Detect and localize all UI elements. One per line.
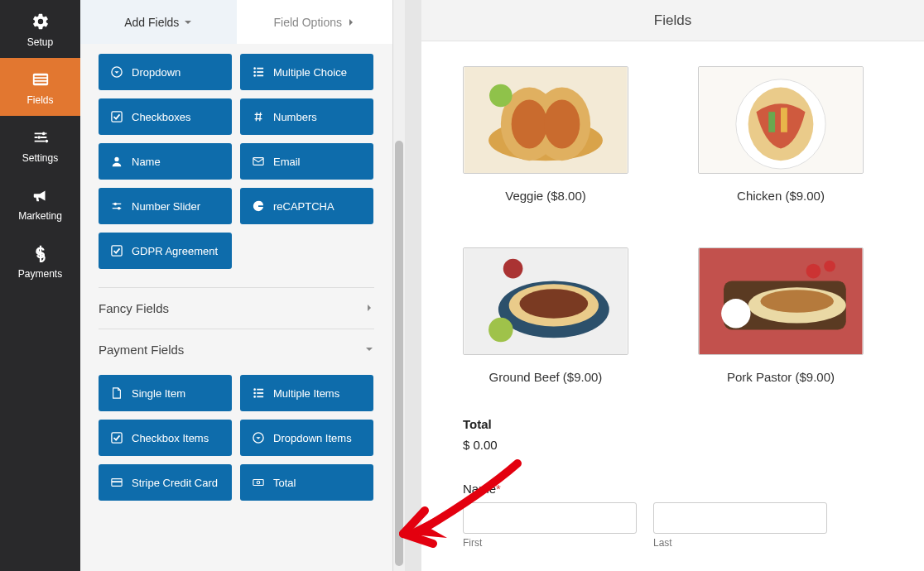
sliders-icon [31,127,51,147]
field-label: Total [273,477,296,489]
total-value: $ 0.00 [463,438,902,452]
svg-point-11 [253,71,256,74]
svg-rect-44 [781,108,787,132]
svg-point-56 [721,299,750,328]
field-name[interactable]: Name [99,143,232,180]
first-name-input[interactable] [463,502,637,534]
svg-point-38 [544,99,580,148]
field-multiple-choice[interactable]: Multiple Choice [240,54,373,90]
field-label: Dropdown [132,66,180,79]
dollar-icon: $ [31,243,51,263]
sliders-icon [110,200,123,212]
check-square-icon [110,111,123,122]
svg-point-19 [118,207,121,210]
svg-point-32 [257,481,260,484]
form-preview: Fields Veggie ($8.00) Chicken ($9.00) Gr… [421,0,924,571]
tab-add-fields[interactable]: Add Fields [80,0,237,44]
scrollbar-thumb[interactable] [395,141,403,566]
field-recaptcha[interactable]: reCAPTCHA [240,188,373,224]
field-number-slider[interactable]: Number Slider [99,188,232,224]
section-label: Payment Fields [99,343,184,357]
field-numbers[interactable]: Numbers [240,98,373,135]
field-checkboxes[interactable]: Checkboxes [99,98,232,135]
section-payment-fields[interactable]: Payment Fields [99,329,374,370]
nav-label: Setup [27,36,53,48]
section-fancy-fields[interactable]: Fancy Fields [99,287,374,329]
field-total[interactable]: Total [240,464,373,501]
product-image [463,247,628,355]
field-label: reCAPTCHA [273,200,334,213]
nav-settings[interactable]: Settings [0,116,80,174]
chevron-down-icon [364,343,374,357]
name-label-text: Name [463,482,496,496]
main-nav: Setup Fields Settings Marketing $ Paymen… [0,0,80,571]
field-email[interactable]: Email [240,143,373,180]
product-label: Veggie ($8.00) [463,189,628,203]
svg-rect-10 [257,68,263,70]
chevron-right-icon [347,16,355,29]
product-image [698,66,864,174]
tab-label: Field Options [274,16,342,29]
field-gdpr[interactable]: GDPR Agreement [99,233,232,269]
field-label: Name [132,156,161,168]
svg-point-48 [519,289,588,318]
field-dropdown-items[interactable]: Dropdown Items [240,420,373,456]
svg-rect-14 [257,75,263,77]
product-item[interactable]: Veggie ($8.00) [463,66,628,203]
svg-point-6 [45,140,48,143]
field-label: Number Slider [132,200,200,213]
divider [405,0,421,571]
svg-point-39 [489,84,513,108]
product-item[interactable]: Ground Beef ($9.00) [463,247,628,384]
chevron-circle-icon [252,432,265,444]
field-label: Stripe Credit Card [132,477,218,489]
field-multiple-items[interactable]: Multiple Items [240,375,373,411]
field-checkbox-items[interactable]: Checkbox Items [99,420,232,456]
svg-rect-12 [257,71,263,73]
chevron-down-icon [184,16,192,29]
product-label: Pork Pastor ($9.00) [698,370,864,384]
name-field: Name* First Last [463,482,902,549]
field-label: Email [273,156,301,168]
svg-point-23 [253,392,256,395]
nav-fields[interactable]: Fields [0,58,80,116]
panel-scrollbar[interactable] [393,0,405,571]
fields-panel: Add Fields Field Options Dropdown Multip… [80,0,393,571]
section-label: Fancy Fields [99,301,169,315]
field-stripe[interactable]: Stripe Credit Card [99,464,232,501]
svg-rect-2 [34,79,46,80]
payment-fields: Single Item Multiple Items Checkbox Item… [99,375,374,501]
list-icon [252,66,265,78]
field-single-item[interactable]: Single Item [99,375,232,411]
svg-point-49 [488,318,513,343]
product-image [698,247,864,355]
chevron-right-icon [364,301,374,315]
panel-tabs: Add Fields Field Options [80,0,392,44]
product-item[interactable]: Chicken ($9.00) [698,66,864,203]
tab-field-options[interactable]: Field Options [237,0,393,44]
bullhorn-icon [31,185,51,205]
svg-rect-20 [112,246,122,256]
credit-card-icon [110,477,123,488]
svg-rect-17 [253,158,263,166]
svg-text:$: $ [36,244,44,262]
svg-point-4 [41,132,45,136]
first-sublabel: First [463,537,637,549]
tab-label: Add Fields [124,16,179,29]
svg-point-57 [806,264,821,279]
nav-setup[interactable]: Setup [0,0,80,58]
svg-point-16 [114,157,118,161]
nav-payments[interactable]: $ Payments [0,232,80,290]
svg-rect-26 [257,396,263,398]
svg-point-5 [37,136,41,139]
check-square-icon [110,245,123,257]
total-label: Total [463,417,902,431]
nav-marketing[interactable]: Marketing [0,174,80,232]
product-item[interactable]: Pork Pastor ($9.00) [698,247,864,384]
product-label: Chicken ($9.00) [698,189,864,203]
last-name-input[interactable] [653,502,827,534]
field-label: Checkboxes [132,111,191,123]
product-grid: Veggie ($8.00) Chicken ($9.00) Ground Be… [463,66,902,384]
field-dropdown[interactable]: Dropdown [99,54,232,90]
field-label: Multiple Items [273,387,339,400]
